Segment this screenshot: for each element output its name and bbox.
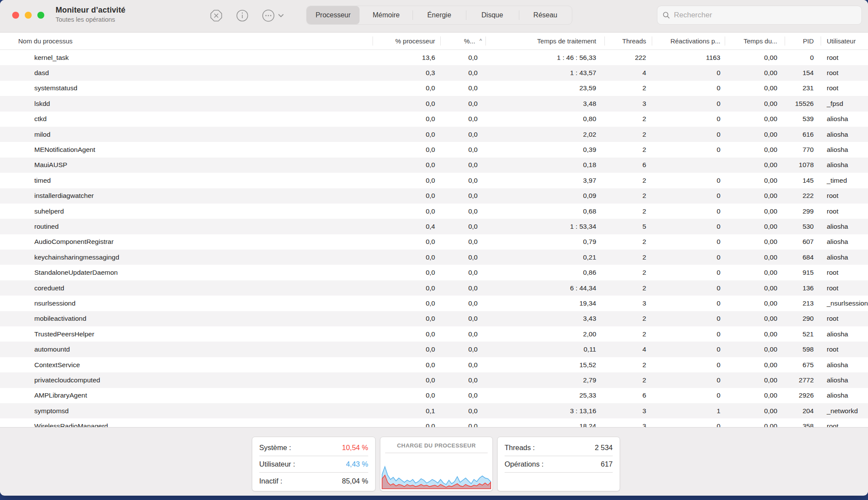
table-row[interactable]: milod0,00,02,02200,00616aliosha <box>0 127 868 142</box>
table-row[interactable]: installerdiagwatcher0,00,00,09200,00222r… <box>0 188 868 204</box>
cell-wakeups: 0 <box>652 296 725 311</box>
cell-threads: 2 <box>604 250 652 265</box>
cell-user: aliosha <box>821 357 868 372</box>
column-header[interactable]: Temps de traitement <box>485 33 604 49</box>
table-row[interactable]: automountd0,00,00,11400,00598root <box>0 342 868 357</box>
search-input[interactable] <box>674 11 856 20</box>
cell-time: 1 : 53,34 <box>485 219 604 234</box>
table-row[interactable]: ctkd0,00,00,80200,00539aliosha <box>0 112 868 127</box>
table-row[interactable]: timed0,00,03,97200,00145_timed <box>0 173 868 188</box>
table-row[interactable]: ContextService0,00,015,52200,00675aliosh… <box>0 357 868 372</box>
cell-threads: 3 <box>604 418 652 428</box>
cell-gpu: 0,0 <box>440 96 485 111</box>
column-header[interactable]: Threads <box>604 33 652 49</box>
cell-gpu: 0,0 <box>440 388 485 403</box>
cell-wakeups: 0 <box>652 342 725 357</box>
cell-threads: 2 <box>604 265 652 280</box>
cell-threads: 2 <box>604 326 652 342</box>
table-row[interactable]: suhelperd0,00,00,68200,00299root <box>0 204 868 219</box>
table-row[interactable]: coreduetd0,00,06 : 44,34200,00136root <box>0 280 868 296</box>
table-row[interactable]: dasd0,30,01 : 43,57400,00154root <box>0 65 868 80</box>
cell-wakeups: 0 <box>652 188 725 204</box>
zoom-button[interactable] <box>37 12 44 19</box>
cell-user: root <box>821 204 868 219</box>
cell-user: root <box>821 311 868 326</box>
cell-threads: 3 <box>604 296 652 311</box>
cell-cpu: 0,0 <box>373 234 440 250</box>
table-row[interactable]: kernel_task13,60,01 : 46 : 56,3322211630… <box>0 50 868 65</box>
table-row[interactable]: mobileactivationd0,00,03,43200,00290root <box>0 311 868 326</box>
table-row[interactable]: privatecloudcomputed0,00,02,79200,002772… <box>0 372 868 388</box>
cell-time: 0,79 <box>485 234 604 250</box>
cell-time: 2,79 <box>485 372 604 388</box>
cell-user: root <box>821 418 868 428</box>
cell-cpu: 0,0 <box>373 204 440 219</box>
tab-reseau[interactable]: Réseau <box>519 6 572 24</box>
cell-gpu: 0,0 <box>440 326 485 342</box>
view-tab-group: ProcesseurMémoireÉnergieDisqueRéseau <box>306 6 572 25</box>
cell-user: aliosha <box>821 326 868 342</box>
cell-cpu: 0,0 <box>373 372 440 388</box>
minimize-button[interactable] <box>25 12 32 19</box>
table-row[interactable]: keychainsharingmessagingd0,00,00,21200,0… <box>0 250 868 265</box>
cell-gpu: 0,0 <box>440 158 485 173</box>
table-row[interactable]: lskdd0,00,03,48300,0015526_fpsd <box>0 96 868 111</box>
tab-memoire[interactable]: Mémoire <box>360 6 413 24</box>
table-row[interactable]: AMPLibraryAgent0,00,025,33600,002926alio… <box>0 388 868 403</box>
column-header[interactable]: %...^ <box>440 33 485 49</box>
table-row[interactable]: AudioComponentRegistrar0,00,00,79200,006… <box>0 234 868 250</box>
cell-pid: 1078 <box>785 158 821 173</box>
close-button[interactable] <box>12 12 19 19</box>
cell-wakeups: 0 <box>652 326 725 342</box>
cell-cpu: 0,0 <box>373 96 440 111</box>
tab-energie[interactable]: Énergie <box>413 6 465 24</box>
column-header[interactable]: Temps du... <box>725 33 785 49</box>
stat-row: Système :10,54 % <box>259 440 368 456</box>
stat-row: Threads :2 534 <box>505 440 613 456</box>
cell-idle: 0,00 <box>725 127 785 142</box>
stop-process-icon[interactable] <box>209 9 223 23</box>
cell-threads: 4 <box>604 342 652 357</box>
cell-idle: 0,00 <box>725 65 785 80</box>
cell-pid: 299 <box>785 204 821 219</box>
cell-idle: 0,00 <box>725 219 785 234</box>
tab-processeur[interactable]: Processeur <box>307 6 360 24</box>
cell-wakeups: 0 <box>652 219 725 234</box>
search-field[interactable] <box>657 6 862 25</box>
cell-idle: 0,00 <box>725 250 785 265</box>
column-header[interactable]: PID <box>785 33 821 49</box>
table-row[interactable]: systemstatusd0,00,023,59200,00231root <box>0 81 868 96</box>
table-row[interactable]: nsurlsessiond0,00,019,34300,00213_nsurls… <box>0 296 868 311</box>
cell-idle: 0,00 <box>725 204 785 219</box>
cell-name: MauiAUSP <box>0 158 373 173</box>
column-header[interactable]: % processeur <box>373 33 440 49</box>
cell-pid: 136 <box>785 280 821 296</box>
cell-name: ContextService <box>0 357 373 372</box>
info-icon[interactable] <box>235 9 249 23</box>
column-header[interactable]: Réactivations p... <box>652 33 725 49</box>
cell-cpu: 0,0 <box>373 250 440 265</box>
table-row[interactable]: StandaloneUpdaterDaemon0,00,00,86200,009… <box>0 265 868 280</box>
cell-time: 1 : 46 : 56,33 <box>485 50 604 65</box>
table-row[interactable]: routined0,40,01 : 53,34500,00530aliosha <box>0 219 868 234</box>
table-row[interactable]: WirelessRadioManagerd0,00,018,24300,0035… <box>0 418 868 428</box>
cell-wakeups: 0 <box>652 204 725 219</box>
column-header[interactable]: Utilisateur <box>821 33 868 49</box>
cell-pid: 222 <box>785 188 821 204</box>
cell-gpu: 0,0 <box>440 311 485 326</box>
cell-threads: 2 <box>604 357 652 372</box>
tab-disque[interactable]: Disque <box>466 6 519 24</box>
table-row[interactable]: TrustedPeersHelper0,00,02,00200,00521ali… <box>0 326 868 342</box>
cell-gpu: 0,0 <box>440 112 485 127</box>
cell-idle: 0,00 <box>725 296 785 311</box>
cell-idle: 0,00 <box>725 403 785 418</box>
cell-name: privatecloudcomputed <box>0 372 373 388</box>
column-header[interactable]: Nom du processus <box>0 33 373 49</box>
cell-idle: 0,00 <box>725 188 785 204</box>
table-row[interactable]: MENotificationAgent0,00,00,39200,00770al… <box>0 142 868 157</box>
table-row[interactable]: MauiAUSP0,00,00,1860,001078aliosha <box>0 158 868 173</box>
table-row[interactable]: symptomsd0,10,03 : 13,16310,00204_networ… <box>0 403 868 418</box>
cell-threads: 2 <box>604 372 652 388</box>
more-options-button[interactable] <box>261 9 284 23</box>
cell-threads: 2 <box>604 204 652 219</box>
